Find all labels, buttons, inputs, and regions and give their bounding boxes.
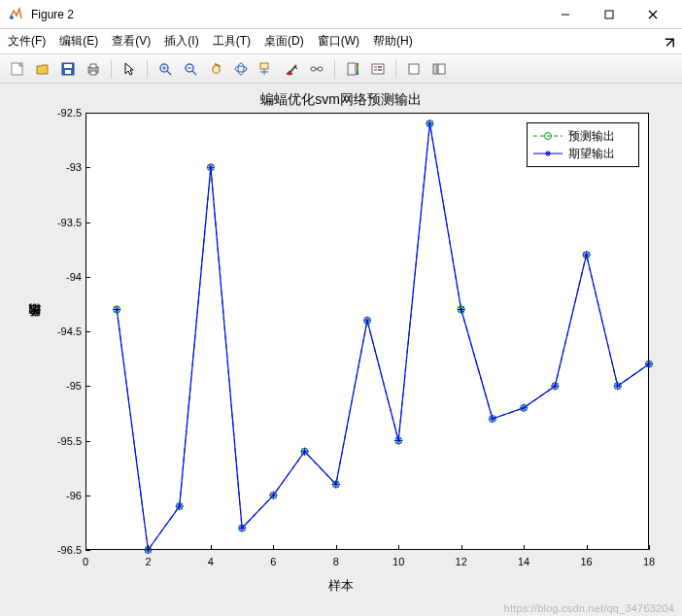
watermark-text: https://blog.csdn.net/qq_34763204	[504, 602, 674, 614]
toolbar-separator	[147, 59, 148, 79]
pointer-button[interactable]	[118, 57, 141, 81]
x-tick-label: 12	[456, 556, 467, 567]
matlab-logo-icon	[8, 7, 23, 22]
zoom-out-button[interactable]	[179, 57, 202, 81]
menu-file[interactable]: 文件(F)	[8, 33, 46, 50]
x-tick-label: 2	[145, 556, 151, 567]
menu-overflow-icon[interactable]	[663, 35, 676, 49]
menu-insert[interactable]: 插入(I)	[164, 33, 198, 50]
x-axis-label: 样本	[0, 577, 682, 595]
menu-window[interactable]: 窗口(W)	[318, 33, 359, 50]
insert-colorbar-button[interactable]	[341, 57, 364, 81]
svg-rect-8	[65, 70, 71, 74]
open-button[interactable]	[31, 57, 54, 81]
rotate-3d-button[interactable]	[229, 57, 253, 81]
svg-rect-7	[64, 64, 72, 68]
y-tick-label: -96	[39, 490, 82, 501]
svg-rect-2	[605, 11, 613, 18]
x-tick-label: 10	[392, 556, 404, 567]
toolbar-separator	[334, 59, 335, 79]
svg-rect-37	[438, 64, 445, 74]
figure-canvas: 蝙蝠优化svm网络预测输出 函数输出 样本 -96.5-96-95.5-95-9…	[0, 84, 682, 616]
svg-rect-28	[348, 63, 356, 75]
svg-point-0	[10, 16, 14, 19]
svg-line-13	[167, 71, 171, 75]
show-plot-tools-button[interactable]	[427, 57, 451, 81]
x-tick-label: 6	[270, 556, 276, 567]
menu-edit[interactable]: 编辑(E)	[59, 33, 98, 50]
maximize-button[interactable]	[587, 0, 631, 29]
svg-rect-30	[372, 64, 384, 74]
svg-rect-21	[260, 63, 268, 69]
insert-legend-button[interactable]	[366, 57, 390, 81]
svg-line-17	[192, 71, 196, 75]
close-button[interactable]	[631, 0, 674, 29]
new-figure-button[interactable]	[6, 57, 29, 81]
y-tick-label: -95.5	[39, 435, 82, 447]
legend-swatch-expected	[533, 147, 563, 160]
menu-desktop[interactable]: 桌面(D)	[264, 33, 304, 50]
menu-tools[interactable]: 工具(T)	[213, 33, 251, 50]
svg-rect-29	[357, 63, 358, 75]
pan-button[interactable]	[204, 57, 227, 81]
y-tick-label: -96.5	[39, 544, 82, 556]
y-tick-label: -94	[39, 271, 82, 283]
brush-button[interactable]	[280, 57, 303, 81]
chart-title: 蝙蝠优化svm网络预测输出	[0, 91, 682, 109]
legend-swatch-predicted	[533, 129, 563, 143]
y-tick-label: -95	[39, 380, 82, 392]
menu-view[interactable]: 查看(V)	[112, 33, 151, 50]
y-tick-label: -94.5	[39, 325, 82, 337]
data-cursor-button[interactable]	[255, 57, 278, 81]
svg-rect-36	[433, 64, 437, 74]
y-tick-label: -92.5	[39, 107, 82, 119]
legend-entry-predicted: 预测输出	[533, 127, 632, 145]
title-bar: Figure 2	[0, 0, 682, 29]
toolbar	[0, 54, 682, 84]
x-tick-label: 0	[83, 556, 88, 567]
legend-label-expected: 期望输出	[568, 146, 615, 162]
x-tick-label: 8	[333, 556, 339, 567]
x-tick-label: 14	[518, 556, 529, 567]
link-data-button[interactable]	[305, 57, 328, 81]
plot-lines	[85, 113, 649, 550]
toolbar-separator	[111, 59, 112, 79]
zoom-in-button[interactable]	[153, 57, 177, 81]
x-tick-label: 16	[580, 556, 592, 567]
svg-line-24	[290, 65, 296, 72]
menu-bar: 文件(F) 编辑(E) 查看(V) 插入(I) 工具(T) 桌面(D) 窗口(W…	[0, 29, 682, 54]
svg-rect-11	[90, 71, 96, 75]
legend[interactable]: 预测输出 期望输出	[527, 122, 639, 167]
print-button[interactable]	[82, 57, 105, 81]
window-title: Figure 2	[31, 8, 543, 21]
y-tick-label: -93.5	[39, 217, 82, 228]
svg-point-20	[238, 63, 244, 75]
save-button[interactable]	[56, 57, 80, 81]
toolbar-separator	[395, 59, 396, 79]
minimize-button[interactable]	[543, 0, 587, 29]
legend-entry-expected: 期望输出	[533, 145, 632, 162]
svg-rect-10	[90, 64, 96, 68]
legend-label-predicted: 预测输出	[568, 128, 615, 145]
menu-help[interactable]: 帮助(H)	[373, 33, 413, 50]
y-tick-label: -93	[39, 161, 82, 173]
svg-rect-35	[409, 64, 419, 74]
x-tick-label: 4	[208, 556, 214, 567]
x-tick-label: 18	[643, 556, 655, 567]
hide-plot-tools-button[interactable]	[402, 57, 426, 81]
